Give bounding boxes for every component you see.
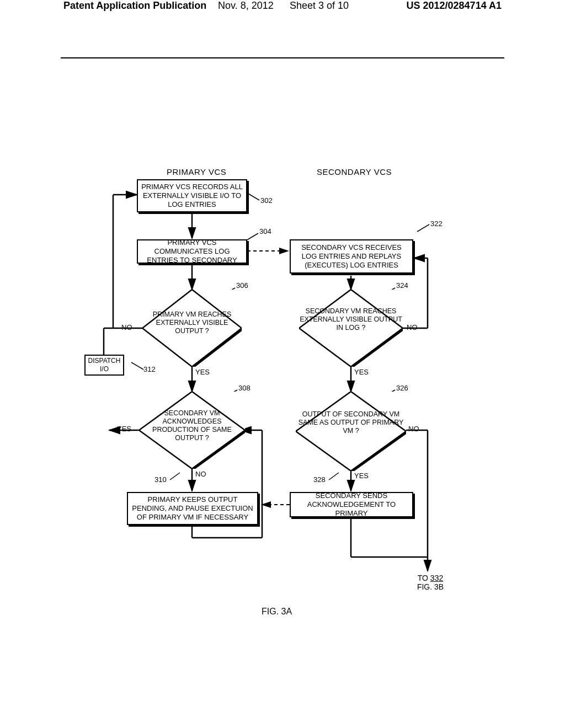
to-332-c: FIG. 3B xyxy=(417,582,444,591)
diamond-326: OUTPUT OF SECONDARY VM SAME AS OUTPUT OF… xyxy=(296,392,406,471)
diamond-324-text: SECONDARY VM REACHES EXTERNALLY VISIBLE … xyxy=(299,307,403,332)
diamond-306-text: PRIMARY VM REACHES EXTERNALLY VISIBLE OU… xyxy=(142,311,242,335)
col-primary-title: PRIMARY VCS xyxy=(167,167,226,176)
to-332-a: TO xyxy=(418,574,430,582)
ref-324: 324 xyxy=(396,281,408,290)
ref-326: 326 xyxy=(396,384,408,392)
box-328: SECONDARY SENDS ACKNOWLEDGEMENT TO PRIMA… xyxy=(290,492,413,517)
label-306-yes: YES xyxy=(195,368,210,376)
box-302: PRIMARY VCS RECORDS ALL EXTERNALLY VISIB… xyxy=(137,179,247,212)
to-332: TO 332 FIG. 3B xyxy=(408,574,452,591)
diamond-308-text: SECONDARY VM ACKNOWLEDGES PRODUCTION OF … xyxy=(139,409,245,442)
box-322: SECONDARY VCS RECEIVES LOG ENTRIES AND R… xyxy=(290,239,413,274)
ref-304: 304 xyxy=(259,227,271,235)
label-324-no: NO xyxy=(407,323,418,331)
header-rule xyxy=(61,57,504,58)
svg-line-31 xyxy=(131,362,143,370)
col-secondary-title: SECONDARY VCS xyxy=(317,167,392,176)
box-304: PRIMARY VCS COMMUNICATES LOG ENTRIES TO … xyxy=(137,239,247,264)
to-332-b: 332 xyxy=(430,574,443,582)
label-326-yes: YES xyxy=(354,472,369,480)
page: Patent Application Publication Nov. 8, 2… xyxy=(0,0,565,728)
label-308-yes: YES xyxy=(117,425,131,433)
box-310: PRIMARY KEEPS OUTPUT PENDING, AND PAUSE … xyxy=(127,492,258,525)
figure-label: FIG. 3A xyxy=(262,607,292,617)
header-left: Patent Application Publication xyxy=(63,0,206,12)
ref-310: 310 xyxy=(154,475,167,484)
ref-312: 312 xyxy=(143,365,156,373)
header-date: Nov. 8, 2012 xyxy=(218,0,274,12)
svg-line-33 xyxy=(417,224,429,232)
box-312: DISPATCH I/O xyxy=(84,355,124,376)
diamond-306: PRIMARY VM REACHES EXTERNALLY VISIBLE OU… xyxy=(142,290,242,367)
svg-line-32 xyxy=(170,473,180,480)
diamond-326-text: OUTPUT OF SECONDARY VM SAME AS OUTPUT OF… xyxy=(296,410,406,435)
ref-302: 302 xyxy=(260,196,273,205)
label-324-yes: YES xyxy=(354,368,369,376)
ref-308: 308 xyxy=(238,384,250,392)
diamond-308: SECONDARY VM ACKNOWLEDGES PRODUCTION OF … xyxy=(139,392,245,469)
ref-306: 306 xyxy=(236,281,248,290)
ref-328: 328 xyxy=(313,475,326,484)
svg-line-27 xyxy=(247,193,259,200)
svg-line-36 xyxy=(329,473,339,480)
ref-322: 322 xyxy=(430,220,443,228)
header-pubno: US 2012/0284714 A1 xyxy=(407,0,502,12)
label-306-no: NO xyxy=(121,323,132,331)
diamond-324: SECONDARY VM REACHES EXTERNALLY VISIBLE … xyxy=(299,290,403,367)
label-326-no: NO xyxy=(408,425,419,433)
header-sheet: Sheet 3 of 10 xyxy=(290,0,349,12)
svg-line-28 xyxy=(246,233,258,240)
label-308-no: NO xyxy=(195,470,206,478)
